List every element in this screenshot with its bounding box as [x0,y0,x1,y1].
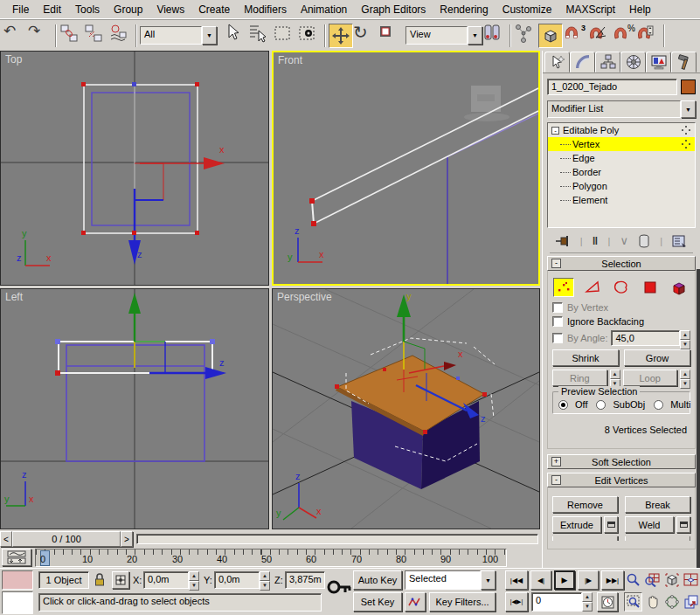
select-by-name-icon[interactable] [248,24,273,48]
go-to-start-button[interactable]: |◀◀ [505,570,528,590]
set-key-hotkey-button[interactable] [327,574,351,600]
zoom-button[interactable] [624,570,642,590]
viewport-top[interactable]: Top x z y x z [0,51,269,286]
vertex-mode-button[interactable] [553,278,574,297]
modifier-stack[interactable]: - Editable Poly Vertex Edge Border Polyg… [547,122,696,228]
menu-views[interactable]: Views [149,2,191,17]
go-to-end-button[interactable]: ▶▶| [601,570,624,590]
reference-coordinate-dropdown[interactable]: View ▼ [405,26,482,45]
clipped-button[interactable] [552,536,618,541]
auto-key-button[interactable]: Auto Key [353,570,402,590]
ring-spinner[interactable]: ▲▼ [610,370,620,386]
remove-modifier-icon[interactable] [638,234,650,248]
snaps-toggle-icon[interactable] [538,24,563,48]
menu-rendering[interactable]: Rendering [433,2,495,17]
spinner-up-icon[interactable]: ▲ [680,330,690,340]
maxscript-mini-listener-pink[interactable] [2,570,33,590]
panel-scrollbar[interactable] [697,269,700,568]
dropdown-arrow-icon[interactable]: ▼ [202,26,217,45]
time-slider-button[interactable]: 0 / 100 [12,531,121,547]
select-and-scale-icon[interactable] [378,24,402,48]
y-coordinate-field[interactable]: 0,0m [214,571,260,589]
spinner-down-icon[interactable]: ▼ [260,581,270,591]
default-in-out-tangents-button[interactable] [405,592,426,612]
stack-row-element[interactable]: Element [548,193,695,207]
menu-animation[interactable]: Animation [294,2,354,17]
key-filters-button[interactable]: Key Filters... [429,592,496,612]
by-vertex-checkbox[interactable] [552,302,563,313]
menu-file[interactable]: File [5,2,36,17]
stack-row-edge[interactable]: Edge [548,151,695,165]
key-mode-toggle[interactable]: |◀▶| [505,592,528,612]
absolute-mode-toggle[interactable] [112,571,129,589]
remove-button[interactable]: Remove [552,496,618,513]
time-slider-track[interactable] [136,534,538,544]
current-frame-field[interactable]: 0 [531,592,582,612]
y-spinner[interactable]: ▲▼ [260,571,270,589]
dropdown-arrow-icon[interactable]: ▼ [468,26,482,45]
grow-button[interactable]: Grow [624,349,690,366]
stack-row-vertex-selected[interactable]: Vertex [548,137,695,151]
tab-motion[interactable] [620,52,646,73]
percent-snap-toggle-icon[interactable]: % [612,24,636,48]
weld-button[interactable]: Weld [625,516,674,533]
maximize-viewport-toggle[interactable] [682,592,700,612]
stack-row-polygon[interactable]: Polygon [548,179,695,193]
object-name-field[interactable]: 1_0200_Tejado [547,79,677,95]
play-button[interactable]: ▶ [554,570,575,590]
viewport-perspective[interactable]: Perspective y x [272,288,540,529]
menu-tools[interactable]: Tools [68,2,107,17]
selection-filter-dropdown[interactable]: All ▼ [140,26,217,45]
menu-create[interactable]: Create [191,2,237,17]
edit-vertices-rollout-header[interactable]: - Edit Vertices [547,473,696,487]
viewport-left-label[interactable]: Left [5,291,23,303]
preview-multi-radio[interactable] [654,400,663,410]
bind-to-space-warp-icon[interactable] [108,24,133,48]
menu-group[interactable]: Group [107,2,149,17]
tab-utilities[interactable] [671,52,697,73]
open-mini-curve-editor-button[interactable] [2,549,31,566]
track-bar-ruler[interactable]: 0 10 20 30 40 50 60 70 80 90 100 [35,549,507,567]
preview-off-radio[interactable] [558,400,568,410]
select-and-move-icon[interactable] [329,24,353,48]
dropdown-arrow-icon[interactable]: ▼ [481,570,496,590]
ignore-backfacing-checkbox[interactable] [552,316,563,327]
spinner-up-icon[interactable]: ▲ [189,571,199,581]
spinner-up-icon[interactable]: ▲ [260,571,270,581]
menu-customize[interactable]: Customize [496,2,559,17]
spinner-up-icon[interactable]: ▲ [610,370,620,379]
spinner-down-icon[interactable]: ▼ [582,602,593,612]
frame-spinner[interactable]: ▲▼ [582,592,593,612]
tab-modify[interactable] [570,52,595,73]
collapse-box-icon[interactable]: - [551,127,559,135]
select-and-link-icon[interactable] [59,24,84,48]
soft-selection-rollout-header[interactable]: + Soft Selection [547,454,696,469]
undo-icon[interactable]: ↶ [3,24,28,48]
set-key-button[interactable]: Set Key [353,592,402,612]
selection-lock-toggle[interactable] [94,572,106,587]
window-crossing-icon[interactable] [297,24,322,48]
unlink-selection-icon[interactable] [84,24,108,48]
menu-edit[interactable]: Edit [36,2,68,17]
maxscript-mini-listener-white[interactable] [2,591,33,614]
viewport-front-active[interactable]: Front z x y [272,51,540,286]
zoom-region-button[interactable] [624,592,642,612]
stack-row-editable-poly[interactable]: - Editable Poly [548,123,695,137]
border-mode-button[interactable] [611,278,632,297]
time-slider-right-arrow[interactable]: > [121,531,133,547]
by-angle-field[interactable]: 45,0 [611,330,680,346]
pan-button[interactable] [643,592,662,612]
menu-help[interactable]: Help [622,2,658,17]
zoom-extents-all-button[interactable] [682,570,700,590]
object-color-swatch[interactable] [681,79,696,94]
preview-subobj-radio[interactable] [596,400,606,410]
menu-graph-editors[interactable]: Graph Editors [354,2,433,17]
extrude-settings-button[interactable] [604,516,618,533]
make-unique-icon[interactable]: ∨ [620,234,628,247]
angle-snap-3d-icon[interactable]: 3 [563,24,587,48]
loop-spinner[interactable]: ▲▼ [680,370,690,386]
spinner-down-icon[interactable]: ▼ [680,379,690,389]
polygon-mode-button[interactable] [640,278,661,297]
angle-snap-toggle-icon[interactable] [587,24,612,48]
spinner-snap-toggle-icon[interactable] [636,24,661,48]
